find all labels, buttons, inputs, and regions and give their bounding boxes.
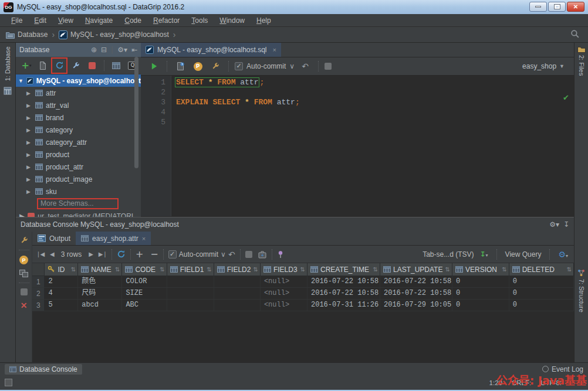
gear-icon[interactable]: ⚙▾ [117,46,127,54]
search-everywhere-icon[interactable] [570,29,580,39]
collapsed-arrow-icon[interactable]: ▶ [26,164,32,170]
console-tab-easy-shop-attr[interactable]: easy_shop.attr× [76,232,151,245]
cell-last_update[interactable]: 2016-07-29 10:05:05 [380,300,452,311]
grid-settings-gear-icon[interactable]: ⚙▾ [558,250,568,259]
tree-scrollbar[interactable] [134,57,138,168]
cell-code[interactable]: ABC [122,300,167,311]
sort-arrows-icon[interactable]: ⇅ [445,266,450,273]
wrench-properties-icon[interactable] [69,59,83,73]
column-header-name[interactable]: NAME⇅ [78,263,122,276]
cell-last_update[interactable]: 2016-07-22 10:58:09 [380,276,452,287]
tree-connection-row[interactable]: ▼MySQL - easy_shop@localhost [16,74,141,87]
autocommit-checkbox[interactable]: ✓ [235,62,243,70]
column-header-deleted[interactable]: DELETED⇅ [509,263,574,276]
collapsed-arrow-icon[interactable]: ▶ [26,176,32,182]
chevron-down-icon[interactable]: ∨ [289,62,295,70]
sort-arrows-icon[interactable]: ⇅ [207,266,211,273]
code-area[interactable]: SELECT * FROM attr; EXPLAIN SELECT * FRO… [171,76,574,216]
cell-create_time[interactable]: 2016-07-31 11:26:49 [307,300,380,311]
collapsed-arrow-icon[interactable]: ▶ [26,115,32,121]
structure-icon[interactable] [577,269,585,277]
undo-icon[interactable]: ↶ [298,59,312,73]
breadcrumb-database[interactable]: Database [5,30,49,39]
view-query-button[interactable]: View Query [505,250,542,259]
cell-name[interactable]: abcd [78,300,122,311]
cell-field3[interactable]: <null> [261,300,307,311]
tree-table-product[interactable]: ▶product [16,148,141,161]
collapsed-arrow-icon[interactable]: ▶ [26,140,32,145]
cell-code[interactable]: COLOR [122,276,167,287]
inspection-ok-icon[interactable]: ✔ [563,93,569,102]
tree-table-category[interactable]: ▶category [16,124,141,136]
submit-dml-icon[interactable] [258,250,267,259]
add-row-button[interactable]: + [136,249,143,260]
schema-selector[interactable]: easy_shop▼ [522,62,565,70]
collapsed-arrow-icon[interactable]: ▶ [26,189,32,195]
menu-item-file[interactable]: File [6,15,28,26]
cell-id[interactable]: 5 [45,300,78,311]
next-page-icon[interactable]: ▶ [89,251,93,257]
cell-field1[interactable] [167,288,214,299]
close-console-button[interactable]: ✕ [21,301,28,310]
sort-arrows-icon[interactable]: ⇅ [160,266,164,273]
console-tab-output[interactable]: Output [32,232,76,245]
sort-arrows-icon[interactable]: ⇅ [71,266,76,273]
reload-data-icon[interactable] [117,250,126,259]
menu-item-view[interactable]: View [53,15,79,26]
column-header-last_update[interactable]: LAST_UPDATE⇅ [380,263,452,276]
row-number[interactable]: 3 [32,300,45,311]
menu-item-window[interactable]: Window [214,15,250,26]
code-line-4[interactable] [176,107,574,117]
menu-item-help[interactable]: Help [251,15,276,26]
tree-table-category_attr[interactable]: ▶category_attr [16,136,141,148]
tree-table-attr_val[interactable]: ▶attr_val [16,99,141,111]
restore-button[interactable] [548,2,566,12]
close-tab-icon[interactable]: × [142,235,146,242]
delete-row-button[interactable]: − [150,249,158,260]
compare-icon[interactable] [19,270,28,277]
sort-arrows-icon[interactable]: ⇅ [115,266,120,273]
parameters-button[interactable]: P [191,59,205,73]
pin-icon[interactable] [277,250,284,259]
row-number[interactable]: 2 [32,288,45,299]
cell-deleted[interactable]: 0 [509,300,574,311]
tool-button-structure[interactable]: 7: Structure [578,279,585,312]
cell-id[interactable]: 2 [45,276,78,287]
tool-button-files[interactable]: 2: Files [578,55,585,76]
duplicate-icon[interactable] [36,59,50,73]
undo-icon[interactable]: ↶ [228,250,235,259]
export-format-label[interactable]: Tab-se...d (TSV) [423,250,474,259]
column-header-code[interactable]: CODE⇅ [122,263,167,276]
settings-wrench-icon[interactable] [20,236,28,244]
hide-panel-icon[interactable]: ↧ [563,220,569,229]
sort-arrows-icon[interactable]: ⇅ [300,266,305,273]
previous-page-icon[interactable]: ◀ [50,251,54,257]
autocommit-checkbox[interactable]: ✓ [168,250,177,259]
more-schemas-link[interactable]: More Schemas... [16,198,141,210]
cell-field2[interactable] [214,300,261,311]
cell-deleted[interactable]: 0 [509,276,574,287]
database-panel-header[interactable]: Database ⊕ ⊟ | ⚙▾ ⇤ [16,43,141,57]
execute-button[interactable] [147,59,161,73]
tree-table-product_image[interactable]: ▶product_image [16,173,141,185]
column-header-field1[interactable]: FIELD1⇅ [167,263,214,276]
tool-button-database[interactable]: 1: Database [4,46,11,81]
cell-field2[interactable] [214,276,261,287]
tree-table-attr[interactable]: ▶attr [16,87,141,99]
code-line-5[interactable] [176,117,574,127]
cell-id[interactable]: 4 [45,288,78,299]
cell-create_time[interactable]: 2016-07-22 10:58:09 [307,276,380,287]
cell-field2[interactable] [214,288,261,299]
column-header-create_time[interactable]: CREATE_TIME⇅ [307,263,380,276]
parameters-button[interactable]: P [19,256,28,264]
close-tab-icon[interactable]: × [273,46,276,53]
breadcrumb-connection[interactable]: MySQL - easy_shop@localhost [58,30,170,39]
cell-name[interactable]: 颜色 [78,276,122,287]
tree-truncated-row[interactable]: ▶ur_test_mediator (MEDIATORI [16,210,141,217]
last-page-icon[interactable]: ▶❘ [99,251,107,257]
cell-version[interactable]: 0 [452,288,509,299]
cell-field1[interactable] [167,300,214,311]
code-line-2[interactable] [176,87,574,97]
cell-field3[interactable]: <null> [261,288,307,299]
hide-panel-icon[interactable]: ⇤ [131,46,137,54]
